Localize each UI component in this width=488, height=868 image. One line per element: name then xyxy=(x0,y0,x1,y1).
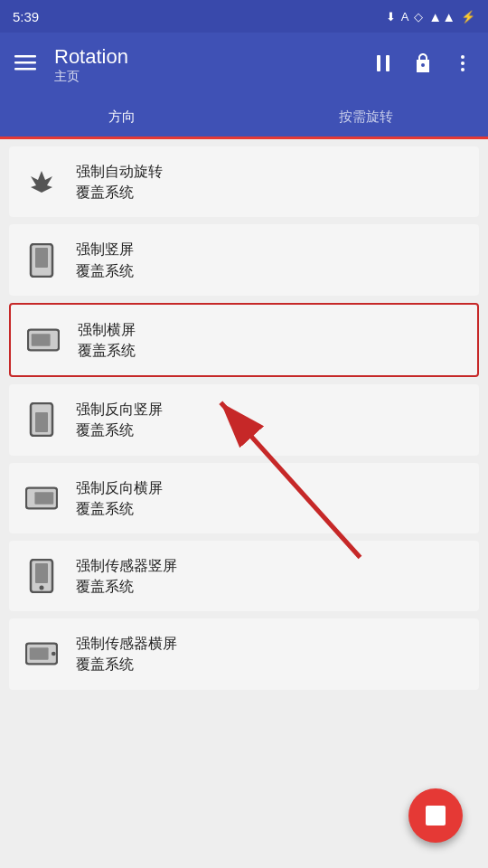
tabs-bar: 方向 按需旋转 xyxy=(0,98,488,139)
item-text-landscape: 强制横屏 覆盖系统 xyxy=(78,319,136,361)
svg-rect-13 xyxy=(35,412,48,432)
more-button[interactable] xyxy=(445,45,481,86)
svg-point-18 xyxy=(40,586,44,590)
svg-rect-9 xyxy=(35,248,48,268)
pause-button[interactable] xyxy=(365,45,401,86)
app-bar: Rotation 主页 xyxy=(0,33,488,98)
tab-direction[interactable]: 方向 xyxy=(0,98,244,137)
auto-rotate-icon xyxy=(25,165,58,198)
svg-rect-2 xyxy=(14,68,36,71)
stop-icon xyxy=(426,806,446,826)
item-text-portrait: 强制竖屏 覆盖系统 xyxy=(76,239,134,280)
svg-rect-20 xyxy=(30,648,49,660)
menu-button[interactable] xyxy=(7,44,43,86)
item-text-sensor-portrait: 强制传感器竖屏 覆盖系统 xyxy=(76,555,177,597)
svg-rect-17 xyxy=(35,563,48,583)
list-item-auto-rotate[interactable]: 强制自动旋转 覆盖系统 xyxy=(9,146,479,217)
svg-point-6 xyxy=(461,61,465,65)
app-title: Rotation 主页 xyxy=(54,45,354,85)
svg-point-5 xyxy=(461,55,465,59)
status-icons: ⬇ A ◇ ▲▲ ⚡ xyxy=(386,9,475,24)
reverse-landscape-icon xyxy=(25,482,58,514)
svg-rect-3 xyxy=(377,55,380,71)
svg-rect-0 xyxy=(14,55,36,58)
list-item-landscape[interactable]: 强制横屏 覆盖系统 xyxy=(9,303,479,377)
list-item-sensor-portrait[interactable]: 强制传感器竖屏 覆盖系统 xyxy=(9,541,479,611)
sensor-portrait-icon xyxy=(25,560,58,592)
item-text-reverse-landscape: 强制反向横屏 覆盖系统 xyxy=(76,477,163,519)
fab-stop-button[interactable] xyxy=(408,788,463,843)
lock-button[interactable] xyxy=(405,45,441,86)
title-sub: 主页 xyxy=(54,69,354,85)
item-text-sensor-landscape: 强制传感器横屏 覆盖系统 xyxy=(76,633,177,675)
title-main: Rotation xyxy=(54,45,354,69)
item-text-auto-rotate: 强制自动旋转 覆盖系统 xyxy=(76,161,163,203)
app-bar-actions xyxy=(365,45,481,86)
download-icon: ⬇ xyxy=(386,10,396,24)
svg-point-21 xyxy=(52,652,56,656)
list-item-sensor-landscape[interactable]: 强制传感器横屏 覆盖系统 xyxy=(9,618,479,689)
wifi-icon: ▲▲ xyxy=(428,9,455,24)
item-text-reverse-portrait: 强制反向竖屏 覆盖系统 xyxy=(76,399,163,440)
sensor-landscape-icon xyxy=(25,637,58,670)
list-item-reverse-landscape[interactable]: 强制反向横屏 覆盖系统 xyxy=(9,463,479,533)
svg-rect-4 xyxy=(386,55,389,71)
svg-rect-1 xyxy=(14,61,36,64)
status-bar: 5:39 ⬇ A ◇ ▲▲ ⚡ xyxy=(0,0,488,33)
landscape-icon xyxy=(27,324,60,356)
rotation-list: 强制自动旋转 覆盖系统 强制竖屏 覆盖系统 强制横屏 覆盖系统 xyxy=(0,139,488,697)
svg-rect-11 xyxy=(32,334,51,345)
app-icon: ◇ xyxy=(414,10,423,24)
svg-point-7 xyxy=(461,68,465,71)
list-item-reverse-portrait[interactable]: 强制反向竖屏 覆盖系统 xyxy=(9,384,479,455)
svg-rect-15 xyxy=(34,492,53,504)
list-item-portrait[interactable]: 强制竖屏 覆盖系统 xyxy=(9,224,479,295)
status-time: 5:39 xyxy=(13,9,39,24)
reverse-portrait-icon xyxy=(25,403,58,436)
portrait-icon xyxy=(25,244,58,277)
tab-on-demand[interactable]: 按需旋转 xyxy=(244,98,488,137)
battery-icon: ⚡ xyxy=(461,10,475,24)
keyboard-icon: A xyxy=(401,10,409,24)
